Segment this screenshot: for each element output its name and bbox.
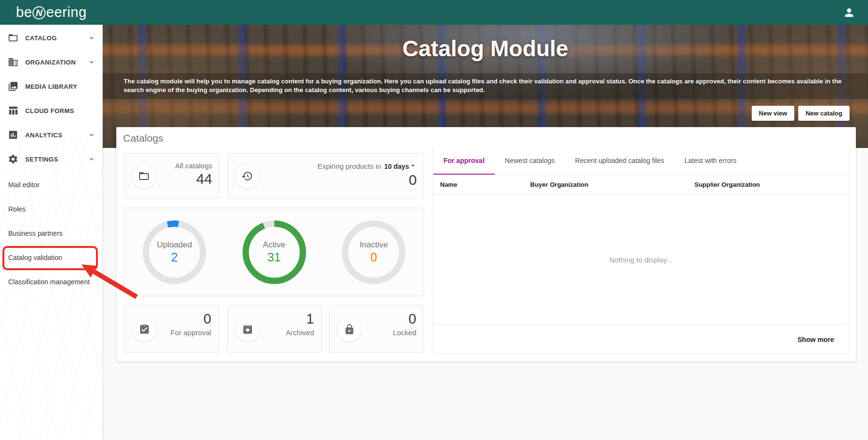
uploaded-donut-chart: Uploaded 2 [125, 208, 224, 296]
hero-actions: New view New catalog [752, 106, 850, 121]
archived-card[interactable]: 1 Archived [227, 305, 322, 353]
for-approval-value: 0 [171, 311, 211, 327]
show-more-button[interactable]: Show more [793, 332, 839, 347]
tab-bar: For approval Newest catalogs Recent uplo… [433, 147, 849, 175]
tab-label: For approval [443, 157, 485, 164]
for-approval-label: For approval [171, 328, 211, 337]
donut-label: Active [263, 240, 285, 250]
empty-state-text: Nothing to display... [609, 256, 673, 264]
sidebar-item-catalog[interactable]: CATALOG [0, 26, 102, 50]
hero-description: The catalog module will help you to mana… [124, 77, 843, 95]
sidebar-item-roles[interactable]: Roles [0, 197, 102, 221]
folder-icon [8, 33, 18, 43]
locked-label: Locked [393, 328, 416, 337]
donut-value: 0 [370, 250, 377, 264]
all-catalogs-label: All catalogs [175, 162, 212, 170]
sidebar-item-label: MEDIA LIBRARY [25, 83, 95, 90]
expiring-days-value: 10 days [384, 163, 409, 170]
table-body: Nothing to display... [433, 195, 849, 325]
history-icon [235, 163, 260, 189]
locked-card[interactable]: 0 Locked [329, 305, 424, 353]
brand-logo[interactable]: be N eering [16, 4, 87, 20]
sidebar-item-business-partners[interactable]: Business partners [0, 221, 102, 245]
catalog-lists-section: For approval Newest catalogs Recent uplo… [433, 147, 849, 354]
sidebar-item-organization[interactable]: ORGANIZATION [0, 50, 102, 74]
logo-text-suffix: eering [46, 4, 87, 20]
table-header-row: Name Buyer Organization Supplier Organiz… [433, 175, 849, 195]
table-grid-icon [8, 105, 18, 116]
chevron-down-icon [88, 34, 95, 42]
sidebar-subitem-label: Classification management [8, 278, 90, 286]
sidebar-subitem-label: Roles [8, 205, 26, 213]
tab-for-approval[interactable]: For approval [433, 147, 495, 174]
photo-library-icon [8, 81, 18, 92]
dropdown-caret-icon [409, 162, 417, 171]
donut-label: Uploaded [157, 240, 192, 250]
status-donuts-card: Uploaded 2 Active 31 [124, 208, 424, 296]
expiring-value: 0 [317, 172, 417, 188]
app-root: be N eering Catalog Module The catalog m… [0, 0, 868, 440]
new-catalog-button[interactable]: New catalog [798, 106, 850, 121]
top-app-bar: be N eering [0, 0, 868, 25]
sidebar-nav: CATALOG ORGANIZATION MEDIA LIBRARY [0, 25, 102, 294]
tab-newest-catalogs[interactable]: Newest catalogs [495, 147, 565, 174]
bar-chart-icon [8, 130, 18, 140]
chevron-down-icon [88, 58, 95, 66]
archive-icon [235, 317, 260, 342]
donut-label: Inactive [360, 240, 388, 250]
sidebar-item-label: ANALYTICS [25, 131, 88, 139]
donut-value: 31 [268, 250, 281, 264]
sidebar-item-media-library[interactable]: MEDIA LIBRARY [0, 74, 102, 98]
page-title: Catalog Module [103, 35, 868, 62]
table-footer: Show more [433, 325, 849, 354]
sidebar-item-label: CATALOG [25, 34, 88, 42]
sidebar-item-classification-management[interactable]: Classification management [0, 270, 102, 294]
settings-submenu: Mail editor Roles Business partners Cata… [0, 173, 102, 294]
tab-latest-with-errors[interactable]: Latest with errors [674, 147, 746, 174]
for-approval-card[interactable]: 0 For approval [124, 305, 219, 353]
sidebar-item-mail-editor[interactable]: Mail editor [0, 173, 102, 197]
sidebar-item-label: ORGANIZATION [25, 59, 88, 66]
expiring-label: Expiring products in [317, 162, 381, 170]
logo-n-icon: N [32, 6, 46, 19]
sidebar-subitem-label: Catalog validation [8, 254, 62, 261]
chevron-up-icon [88, 155, 95, 163]
all-catalogs-value: 44 [175, 171, 212, 187]
all-catalogs-card[interactable]: All catalogs 44 [124, 153, 220, 198]
catalogs-panel: Catalogs All catalogs 44 Expiring produc… [116, 127, 856, 361]
panel-title: Catalogs [123, 132, 163, 144]
sidebar-item-analytics[interactable]: ANALYTICS [0, 123, 102, 147]
sidebar-item-label: SETTINGS [25, 156, 88, 163]
new-view-button[interactable]: New view [752, 106, 795, 121]
active-donut-chart: Active 31 [224, 208, 324, 296]
person-icon [843, 12, 855, 20]
tab-recent-uploaded-catalog-files[interactable]: Recent uploaded catalog files [565, 147, 675, 174]
expiring-products-card[interactable]: Expiring products in 10 days 0 [227, 153, 424, 198]
column-header-supplier-organization: Supplier Organization [694, 181, 849, 188]
sidebar-item-catalog-validation[interactable]: Catalog validation [0, 245, 102, 270]
tab-label: Recent uploaded catalog files [575, 157, 664, 164]
tab-label: Newest catalogs [505, 157, 555, 164]
archived-value: 1 [286, 311, 314, 327]
building-icon [8, 57, 18, 67]
expiring-days-dropdown[interactable]: 10 days [384, 162, 417, 171]
sidebar: CATALOG ORGANIZATION MEDIA LIBRARY [0, 25, 103, 440]
sidebar-item-settings[interactable]: SETTINGS [0, 147, 102, 171]
hero-description-band: The catalog module will help you to mana… [103, 73, 868, 99]
inactive-donut-chart: Inactive 0 [324, 208, 424, 296]
gear-icon [8, 154, 18, 164]
sidebar-item-cloud-forms[interactable]: CLOUD FORMS [0, 98, 102, 123]
lock-icon [337, 317, 362, 342]
column-header-name: Name [440, 181, 530, 188]
clipboard-check-icon [132, 317, 157, 342]
sidebar-item-label: CLOUD FORMS [25, 107, 95, 114]
logo-text-prefix: be [16, 4, 32, 20]
archived-label: Archived [286, 328, 314, 337]
sidebar-subitem-label: Mail editor [8, 181, 40, 189]
column-header-buyer-organization: Buyer Organization [530, 181, 694, 188]
sidebar-subitem-label: Business partners [8, 229, 63, 237]
user-account-button[interactable] [843, 6, 855, 19]
donut-value: 2 [171, 250, 178, 264]
tab-label: Latest with errors [684, 157, 736, 164]
chevron-down-icon [88, 131, 95, 139]
